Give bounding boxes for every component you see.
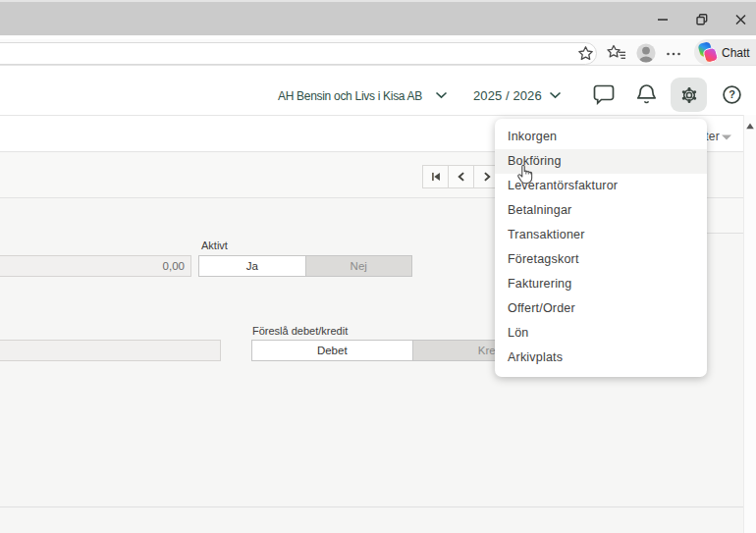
- svg-text:?: ?: [729, 88, 735, 100]
